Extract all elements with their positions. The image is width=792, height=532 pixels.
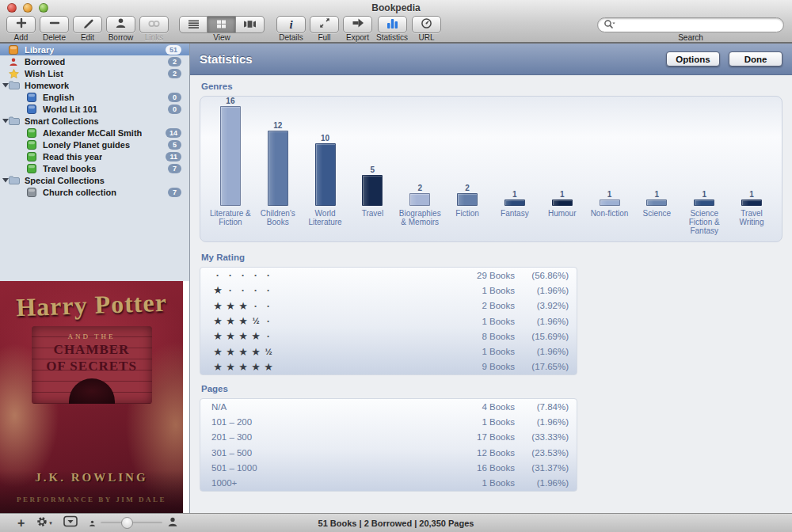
url-button[interactable]: URL [412,16,441,42]
plus-icon [16,17,27,32]
search-area: Search [597,17,784,42]
rating-section-label: My Rating [201,253,782,262]
star-icon: ★ [249,362,262,372]
bar-value-label: 16 [226,97,234,105]
sidebar-item-travel-books[interactable]: Travel books7 [0,162,189,174]
bar-rect [409,193,430,206]
slider-thumb[interactable] [121,517,133,529]
disclosure-triangle-icon[interactable] [0,177,9,183]
book-gray-icon [27,188,39,197]
options-button[interactable]: Options [666,51,720,66]
view-grid-segment[interactable] [208,16,236,33]
sidebar-item-homework[interactable]: Homework [0,79,189,91]
rating-books-count: 8 Books [453,332,515,341]
pages-row: N/A4 Books(7.84%) [200,399,577,414]
bar-science: 1Science [633,97,680,241]
bar-science-fiction-fantasy: 1Science Fiction & Fantasy [680,97,728,241]
pages-percentage: (31.37%) [515,463,569,473]
rating-books-count: 1 Books [453,286,515,295]
star-icon: ★ [237,362,249,372]
empty-star-dot-icon: · [262,270,275,280]
bar-biographies-memoirs: 2Biographies & Memoirs [396,97,444,241]
view-coverflow-segment[interactable] [236,16,265,33]
sidebar-item-borrowed[interactable]: Borrowed2 [0,55,189,67]
pages-range-label: 1000+ [211,478,453,488]
window-title: Bookpedia [0,2,792,13]
sidebar-item-church-collection[interactable]: Church collection7 [0,186,189,198]
rating-stars: ····· [211,270,453,280]
sidebar-item-wish-list[interactable]: Wish List2 [0,67,189,79]
empty-star-dot-icon: · [249,285,262,295]
disclosure-triangle-icon[interactable] [0,118,9,124]
sidebar-item-smart-collections[interactable]: Smart Collections [0,115,189,127]
star-yellow-icon [9,69,21,78]
rating-row: ★····1 Books(1.96%) [200,283,577,298]
pages-section-label: Pages [201,384,782,393]
sidebar-item-library[interactable]: Library51 [0,44,189,55]
bar-category-label: Biographies & Memoirs [396,209,444,238]
sidebar-item-special-collections[interactable]: Special Collections [0,174,189,186]
sidebar-item-alexander-mccall-smith[interactable]: Alexander McCall Smith14 [0,127,189,139]
view-list-segment[interactable] [179,16,208,33]
empty-star-dot-icon: · [224,285,237,295]
done-button[interactable]: Done [729,51,782,66]
bar-value-label: 5 [371,165,375,174]
star-icon: ★ [211,316,224,326]
export-button[interactable]: Export [343,16,372,42]
pages-range-label: 501 – 1000 [211,463,453,473]
delete-button[interactable]: Delete [40,16,69,42]
sidebar-item-lonely-planet-guides[interactable]: Lonely Planet guides5 [0,139,189,150]
count-badge: 2 [168,69,181,78]
sidebar-item-read-this-year[interactable]: Read this year11 [0,150,189,162]
fullscreen-arrows-icon [319,17,330,32]
sidebar-item-label: Borrowed [25,57,65,66]
cover-archway [69,378,115,404]
bar-value-label: 1 [512,190,517,199]
rating-books-count: 9 Books [453,362,515,371]
sidebar-item-english[interactable]: English0 [0,91,189,103]
star-icon: ★ [224,316,237,326]
pages-row: 501 – 100016 Books(31.37%) [200,460,577,475]
bar-value-label: 1 [749,190,754,199]
genres-section-label: Genres [201,82,782,91]
details-button[interactable]: i Details [276,16,306,42]
statistics-header: Statistics Options Done [190,44,792,75]
borrow-button[interactable]: Borrow [106,16,135,42]
bar-category-label: Science Fiction & Fantasy [680,209,728,238]
empty-star-dot-icon: · [249,301,262,311]
pencil-icon [82,17,93,32]
sidebar-item-label: Smart Collections [25,116,99,126]
disclosure-triangle-icon[interactable] [0,82,9,88]
empty-star-dot-icon: · [249,270,262,280]
empty-star-dot-icon: · [237,285,249,295]
status-bar: 51 Books | 2 Borrowed | 20,350 Pages + ▾ [0,513,792,532]
list-view-icon [188,17,200,32]
bar-category-label: Science [633,209,680,238]
folder-icon [9,116,21,125]
rating-stars: ★★★·· [211,301,453,311]
rating-row: ★★★··2 Books(3.92%) [200,298,577,314]
pages-books-count: 16 Books [453,463,515,473]
star-icon: ★ [224,362,237,372]
star-icon: ★ [211,347,224,357]
title-bar: Bookpedia [0,0,792,15]
rating-percentage: (1.96%) [515,317,569,326]
links-button: Links [139,16,169,42]
statistics-button[interactable]: Statistics [376,16,408,42]
rating-percentage: (56.86%) [515,271,569,280]
pages-percentage: (1.96%) [515,478,569,488]
book-blue-icon [27,104,39,114]
search-input[interactable] [597,17,784,32]
rating-percentage: (17.65%) [515,362,569,371]
person-red-icon [9,57,21,66]
slider-track[interactable] [101,522,162,524]
full-button[interactable]: Full [310,16,339,42]
rating-percentage: (15.69%) [515,332,569,341]
folder-icon [9,81,21,89]
rating-percentage: (3.92%) [515,301,569,310]
sidebar-item-world-lit-101[interactable]: World Lit 1010 [0,103,189,115]
edit-button[interactable]: Edit [73,16,102,42]
bar-category-label: Travel [348,209,396,238]
sidebar-item-label: Read this year [43,152,102,162]
add-button[interactable]: Add [6,16,36,42]
